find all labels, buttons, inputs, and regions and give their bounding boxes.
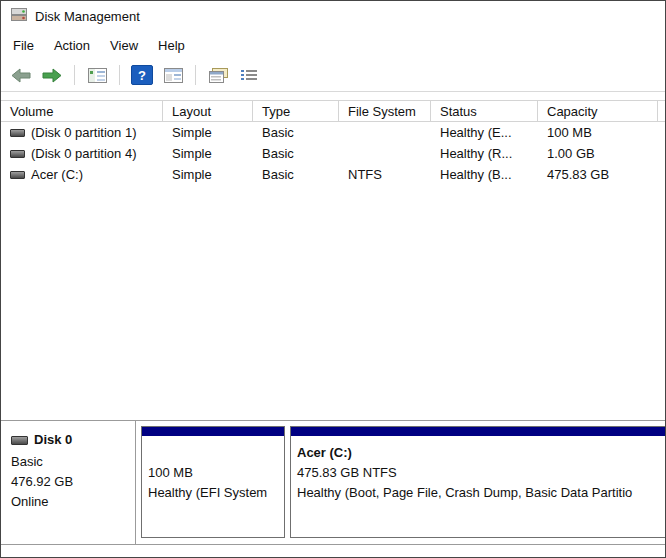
volume-status: Healthy (B... <box>431 164 538 185</box>
partition-color-bar <box>291 427 665 436</box>
volume-name: (Disk 0 partition 4) <box>31 146 136 161</box>
volume-capacity: 1.00 GB <box>538 143 658 164</box>
volume-icon <box>10 171 25 179</box>
partition-color-bar <box>142 427 284 436</box>
partition-title <box>148 443 278 463</box>
partition-title: Acer (C:) <box>297 443 665 463</box>
graphical-view: Disk 0 Basic 476.92 GB Online 100 MB Hea… <box>1 420 665 545</box>
volume-type: Basic <box>253 164 339 185</box>
partition-strip: 100 MB Healthy (EFI System Acer (C:) 475… <box>136 421 665 544</box>
show-console-tree-icon[interactable] <box>85 63 109 87</box>
help-glyph: ? <box>131 65 153 85</box>
volume-file-system <box>339 143 431 164</box>
volume-list: Volume Layout Type File System Status Ca… <box>1 92 665 420</box>
column-header-file-system[interactable]: File System <box>339 101 431 121</box>
list-view-icon[interactable] <box>237 63 261 87</box>
volume-status: Healthy (R... <box>431 143 538 164</box>
volume-capacity: 475.83 GB <box>538 164 658 185</box>
volume-name: (Disk 0 partition 1) <box>31 125 136 140</box>
column-header-status[interactable]: Status <box>431 101 538 121</box>
show-action-pane-icon[interactable] <box>161 63 185 87</box>
app-icon <box>11 7 27 25</box>
menu-view[interactable]: View <box>100 33 148 58</box>
volume-layout: Simple <box>163 143 253 164</box>
back-arrow-icon[interactable] <box>9 63 33 87</box>
disk-name: Disk 0 <box>34 430 72 450</box>
volume-file-system: NTFS <box>339 164 431 185</box>
toolbar-separator <box>74 65 75 85</box>
disk-0-panel[interactable]: Disk 0 Basic 476.92 GB Online <box>1 421 136 544</box>
bottom-strip <box>1 545 665 557</box>
volume-name: Acer (C:) <box>31 167 83 182</box>
popup-window-icon[interactable] <box>206 63 230 87</box>
partition-c[interactable]: Acer (C:) 475.83 GB NTFS Healthy (Boot, … <box>290 426 665 538</box>
volume-layout: Simple <box>163 164 253 185</box>
column-header-layout[interactable]: Layout <box>163 101 253 121</box>
disk-type: Basic <box>11 452 129 472</box>
menu-bar: File Action View Help <box>1 31 665 59</box>
window-title: Disk Management <box>35 9 140 24</box>
column-header-capacity[interactable]: Capacity <box>538 101 658 121</box>
volume-file-system <box>339 122 431 143</box>
help-icon[interactable]: ? <box>130 63 154 87</box>
menu-action[interactable]: Action <box>44 33 100 58</box>
menu-help[interactable]: Help <box>148 33 195 58</box>
volume-status: Healthy (E... <box>431 122 538 143</box>
disk-capacity: 476.92 GB <box>11 472 129 492</box>
column-header-type[interactable]: Type <box>253 101 339 121</box>
title-bar: Disk Management <box>1 1 665 31</box>
volume-layout: Simple <box>163 122 253 143</box>
table-row[interactable]: Acer (C:) Simple Basic NTFS Healthy (B..… <box>1 164 665 185</box>
table-row[interactable]: (Disk 0 partition 4) Simple Basic Health… <box>1 143 665 164</box>
volume-type: Basic <box>253 143 339 164</box>
menu-file[interactable]: File <box>3 33 44 58</box>
toolbar-separator <box>119 65 120 85</box>
toolbar: ? <box>1 59 665 92</box>
forward-arrow-icon[interactable] <box>40 63 64 87</box>
table-row[interactable]: (Disk 0 partition 1) Simple Basic Health… <box>1 122 665 143</box>
partition-efi[interactable]: 100 MB Healthy (EFI System <box>141 426 285 538</box>
toolbar-separator <box>195 65 196 85</box>
partition-size: 100 MB <box>148 463 278 483</box>
volume-type: Basic <box>253 122 339 143</box>
volume-icon <box>10 150 25 158</box>
disk-status: Online <box>11 492 129 512</box>
volume-table-header: Volume Layout Type File System Status Ca… <box>1 100 665 122</box>
volume-capacity: 100 MB <box>538 122 658 143</box>
column-header-volume[interactable]: Volume <box>1 101 163 121</box>
partition-status: Healthy (Boot, Page File, Crash Dump, Ba… <box>297 483 665 503</box>
partition-size: 475.83 GB NTFS <box>297 463 665 483</box>
disk-management-window: Disk Management File Action View Help <box>0 0 666 558</box>
disk-icon <box>11 436 28 445</box>
partition-status: Healthy (EFI System <box>148 483 278 503</box>
volume-icon <box>10 129 25 137</box>
